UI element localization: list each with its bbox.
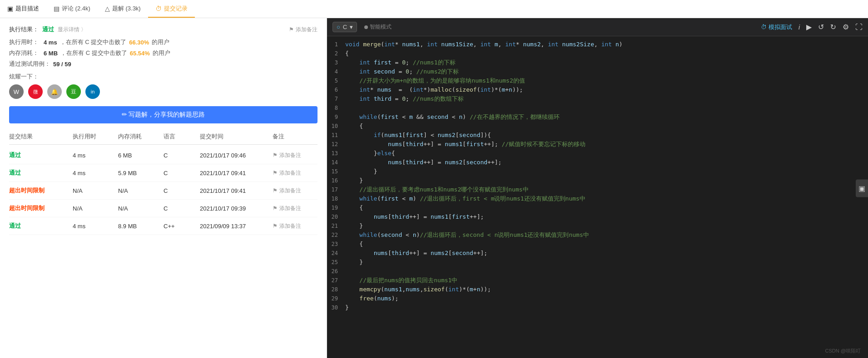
share-bell-button[interactable]: 🔔 — [47, 84, 62, 99]
code-line: 7 int third = 0; //nums的数组下标 — [327, 94, 868, 103]
submission-status-3[interactable]: 超出时间限制 — [9, 204, 73, 212]
code-line: 21 } — [327, 221, 868, 230]
clock-icon: ⏱ — [761, 24, 767, 30]
line-content: nums[third++] = nums2[second++]; — [345, 249, 487, 258]
line-number: 14 — [327, 158, 345, 167]
memory-row: 内存消耗： 6 MB ，在所有 C 提交中击败了 65.54% 的用户 — [9, 49, 317, 57]
submission-mem-3: N/A — [118, 205, 164, 212]
share-label: 炫耀一下： — [9, 73, 317, 81]
submission-note-2[interactable]: ⚑ 添加备注 — [273, 187, 327, 195]
result-detail-link[interactable]: 显示详情 〉 — [58, 26, 86, 34]
code-line: 30} — [327, 303, 868, 312]
table-row: 超出时间限制 N/A N/A C 2021/10/17 09:39 ⚑ 添加备注 — [9, 200, 317, 217]
table-row: 通过 4 ms 5.9 MB C 2021/10/17 09:41 ⚑ 添加备注 — [9, 164, 317, 182]
submission-note-3[interactable]: ⚑ 添加备注 — [273, 205, 327, 212]
submissions-table: 提交结果 执行用时 内存消耗 语言 提交时间 备注 通过 4 ms 6 MB C… — [9, 132, 317, 235]
submission-note-1[interactable]: ⚑ 添加备注 — [273, 169, 327, 177]
line-content: //退出循环后，要考虑nums1和nums2哪个没有赋值完到nums中 — [345, 185, 529, 194]
exec-time-value: 4 ms — [44, 39, 57, 46]
language-selector[interactable]: ○ C ▾ — [332, 22, 357, 32]
tab-description[interactable]: ▣ 题目描述 — [0, 0, 46, 18]
line-number: 30 — [327, 303, 345, 312]
code-line: 26 — [327, 267, 868, 276]
info-icon[interactable]: i — [799, 24, 800, 31]
code-editor-panel: ○ C ▾ 智能模式 ⏱ 模拟面试 i ▶ ↺ ↺ ⚙ ⛶ — [327, 18, 868, 358]
main-layout: 执行结果： 通过 显示详情 〉 ⚑ 添加备注 执行用时： 4 ms ，在所有 C… — [0, 18, 868, 358]
line-content: //开辟大小为m+n的数组，为的是能够容纳nums1和nums2的值 — [345, 76, 525, 85]
line-content: while(first < m && second < n) //在不越界的情况… — [345, 113, 560, 122]
code-line: 5 //开辟大小为m+n的数组，为的是能够容纳nums1和nums2的值 — [327, 76, 868, 85]
run-icon[interactable]: ▶ — [806, 23, 812, 31]
social-icons: W 微 🔔 豆 in — [9, 84, 317, 99]
line-number: 26 — [327, 267, 345, 276]
code-line: 11 if(nums1[first] < nums2[second]){ — [327, 131, 868, 140]
tab-comments[interactable]: ▤ 评论 (2.4k) — [46, 0, 98, 18]
line-number: 10 — [327, 122, 345, 131]
result-status[interactable]: 通过 — [42, 25, 54, 34]
mode-dot — [364, 25, 368, 29]
result-row: 执行结果： 通过 显示详情 〉 ⚑ 添加备注 — [9, 25, 317, 34]
line-number: 4 — [327, 67, 345, 76]
share-douban-button[interactable]: 豆 — [66, 84, 81, 99]
line-content: } — [345, 303, 349, 312]
tab-bar: ▣ 题目描述 ▤ 评论 (2.4k) △ 题解 (3.3k) ⏱ 提交记录 — [0, 0, 868, 18]
tab-submissions[interactable]: ⏱ 提交记录 — [148, 0, 195, 18]
code-line: 29 free(nums); — [327, 294, 868, 303]
line-number: 5 — [327, 76, 345, 85]
toolbar-right: ⏱ 模拟面试 i ▶ ↺ ↺ ⚙ ⛶ — [761, 23, 863, 31]
code-line: 20 nums[third++] = nums1[first++]; — [327, 212, 868, 221]
tab-solutions[interactable]: △ 题解 (3.3k) — [98, 0, 148, 18]
share-weibo-button[interactable]: 微 — [28, 84, 43, 99]
submission-time-3: 2021/10/17 09:39 — [200, 205, 273, 212]
line-number: 13 — [327, 149, 345, 158]
table-header: 提交结果 执行用时 内存消耗 语言 提交时间 备注 — [9, 132, 317, 145]
description-icon: ▣ — [7, 5, 13, 12]
code-area[interactable]: 1void merge(int* nums1, int nums1Size, i… — [327, 36, 868, 358]
write-solution-button[interactable]: ✏ 写题解，分享我的解题思路 — [9, 106, 317, 123]
submission-status-0[interactable]: 通过 — [9, 151, 73, 159]
line-number: 6 — [327, 85, 345, 94]
line-content: } — [345, 221, 363, 230]
code-line: 16 } — [327, 176, 868, 185]
submission-status-2[interactable]: 超出时间限制 — [9, 186, 73, 195]
settings-icon[interactable]: ⚙ — [843, 23, 849, 31]
line-content: if(nums1[first] < nums2[second]){ — [345, 131, 491, 140]
submission-exec-3: N/A — [73, 205, 118, 212]
submission-mem-0: 6 MB — [118, 152, 164, 159]
undo-icon[interactable]: ↺ — [818, 23, 824, 31]
line-number: 17 — [327, 185, 345, 194]
line-number: 23 — [327, 240, 345, 249]
submission-status-4[interactable]: 通过 — [9, 222, 73, 230]
add-note-button[interactable]: ⚑ 添加备注 — [289, 26, 317, 34]
line-number: 25 — [327, 258, 345, 267]
submission-note-0[interactable]: ⚑ 添加备注 — [273, 152, 327, 159]
submission-status-1[interactable]: 通过 — [9, 169, 73, 177]
exec-time-label: 执行用时： — [9, 38, 41, 46]
wechat-icon: W — [14, 88, 19, 95]
line-content: } — [345, 258, 363, 267]
submission-lang-2: C — [164, 187, 200, 194]
table-row: 通过 4 ms 6 MB C 2021/10/17 09:46 ⚑ 添加备注 — [9, 147, 317, 164]
line-content: } — [345, 176, 363, 185]
code-line: 28 memcpy(nums1,nums,sizeof(int)*(m+n)); — [327, 285, 868, 294]
redo-icon[interactable]: ↺ — [830, 23, 836, 31]
share-linkedin-button[interactable]: in — [85, 84, 100, 99]
code-line: 19 { — [327, 203, 868, 212]
line-content: while(second < n)//退出循环后，second < n说明num… — [345, 230, 589, 240]
submission-mem-2: N/A — [118, 187, 164, 194]
code-line: 2{ — [327, 49, 868, 58]
sticky-side-button[interactable]: ▣ — [856, 179, 868, 197]
line-content: void merge(int* nums1, int nums1Size, in… — [345, 40, 623, 49]
share-wechat-button[interactable]: W — [9, 84, 24, 99]
line-content: nums[third++] = nums1[first++]; — [345, 212, 484, 221]
chevron-down-icon: ▾ — [350, 24, 353, 30]
fullscreen-icon[interactable]: ⛶ — [855, 23, 863, 31]
mock-interview-button[interactable]: ⏱ 模拟面试 — [761, 23, 792, 31]
memory-percent: 65.54% — [130, 50, 150, 57]
code-line: 24 nums[third++] = nums2[second++]; — [327, 249, 868, 258]
submission-exec-1: 4 ms — [73, 170, 118, 177]
line-content: memcpy(nums1,nums,sizeof(int)*(m+n)); — [345, 285, 491, 294]
exec-time-suffix: 的用户 — [152, 38, 169, 46]
linkedin-icon: in — [91, 89, 95, 94]
submission-note-4[interactable]: ⚑ 添加备注 — [273, 222, 327, 230]
